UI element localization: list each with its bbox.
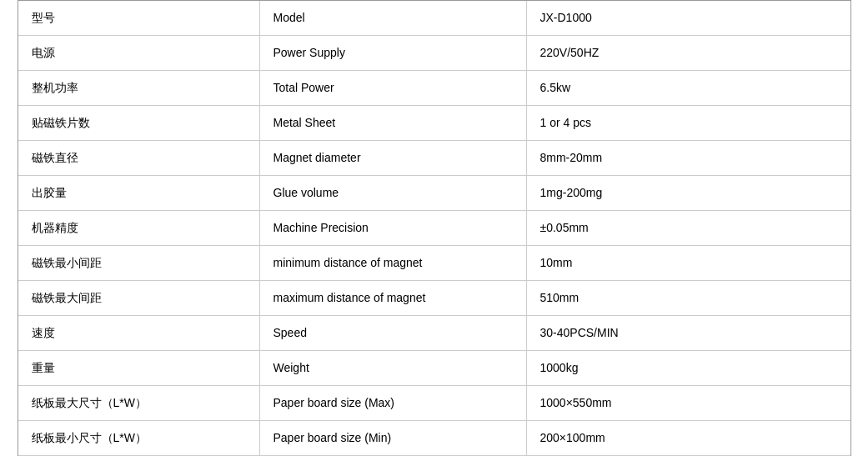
table-row: 速度Speed30-40PCS/MIN: [18, 316, 850, 351]
cell-chinese: 电源: [18, 36, 260, 70]
cell-english: minimum distance of magnet: [260, 246, 527, 280]
table-row: 重量Weight1000kg: [18, 351, 850, 386]
table-row: 纸板最小尺寸（L*W）Paper board size (Min)200×100…: [18, 421, 850, 456]
cell-english: Total Power: [260, 71, 527, 105]
cell-english: Magnet diameter: [260, 141, 527, 175]
cell-chinese: 出胶量: [18, 176, 260, 210]
cell-english: Machine Precision: [260, 211, 527, 245]
table-row: 整机功率Total Power6.5kw: [18, 71, 850, 106]
cell-value: ±0.05mm: [527, 211, 850, 245]
cell-english: Glue volume: [260, 176, 527, 210]
cell-english: Paper board size (Max): [260, 386, 527, 420]
cell-value: 6.5kw: [527, 71, 850, 105]
table-row: 型号ModelJX-D1000: [18, 1, 850, 36]
table-row: 磁铁直径Magnet diameter8mm-20mm: [18, 141, 850, 176]
cell-chinese: 纸板最大尺寸（L*W）: [18, 386, 260, 420]
cell-english: Model: [260, 1, 527, 35]
cell-chinese: 纸板最小尺寸（L*W）: [18, 421, 260, 455]
table-row: 出胶量Glue volume1mg-200mg: [18, 176, 850, 211]
cell-chinese: 贴磁铁片数: [18, 106, 260, 140]
cell-chinese: 磁铁最大间距: [18, 281, 260, 315]
cell-chinese: 整机功率: [18, 71, 260, 105]
cell-value: 1000kg: [527, 351, 850, 385]
cell-english: maximum distance of magnet: [260, 281, 527, 315]
cell-value: 1 or 4 pcs: [527, 106, 850, 140]
cell-chinese: 速度: [18, 316, 260, 350]
table-row: 磁铁最小间距minimum distance of magnet10mm: [18, 246, 850, 281]
cell-english: Weight: [260, 351, 527, 385]
spec-table: 型号ModelJX-D1000电源Power Supply220V/50HZ整机…: [18, 0, 851, 456]
cell-value: 30-40PCS/MIN: [527, 316, 850, 350]
cell-value: 1mg-200mg: [527, 176, 850, 210]
cell-value: 10mm: [527, 246, 850, 280]
cell-chinese: 重量: [18, 351, 260, 385]
cell-value: 1000×550mm: [527, 386, 850, 420]
table-row: 贴磁铁片数Metal Sheet1 or 4 pcs: [18, 106, 850, 141]
cell-value: 510mm: [527, 281, 850, 315]
table-row: 磁铁最大间距maximum distance of magnet510mm: [18, 281, 850, 316]
cell-chinese: 机器精度: [18, 211, 260, 245]
table-row: 机器精度Machine Precision±0.05mm: [18, 211, 850, 246]
cell-english: Power Supply: [260, 36, 527, 70]
cell-english: Metal Sheet: [260, 106, 527, 140]
table-row: 纸板最大尺寸（L*W）Paper board size (Max)1000×55…: [18, 386, 850, 421]
cell-value: 200×100mm: [527, 421, 850, 455]
cell-value: 220V/50HZ: [527, 36, 850, 70]
cell-chinese: 型号: [18, 1, 260, 35]
table-row: 电源Power Supply220V/50HZ: [18, 36, 850, 71]
cell-chinese: 磁铁直径: [18, 141, 260, 175]
cell-english: Speed: [260, 316, 527, 350]
cell-english: Paper board size (Min): [260, 421, 527, 455]
cell-value: 8mm-20mm: [527, 141, 850, 175]
cell-chinese: 磁铁最小间距: [18, 246, 260, 280]
cell-value: JX-D1000: [527, 1, 850, 35]
